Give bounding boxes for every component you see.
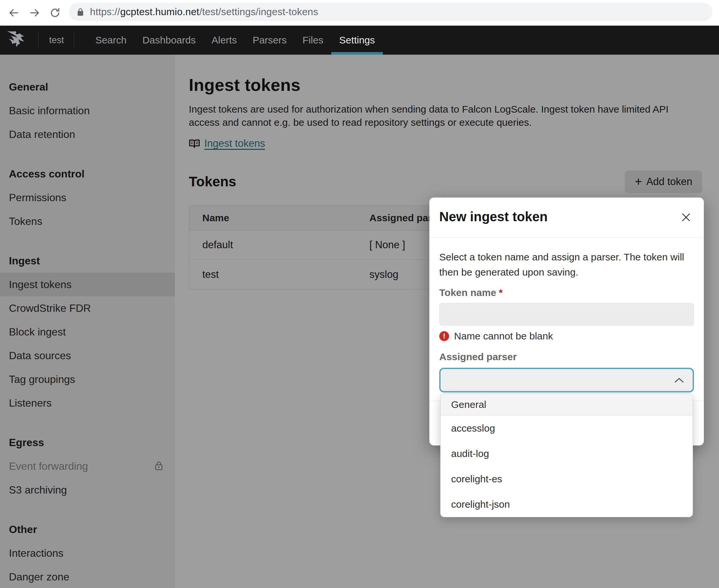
- dropdown-group-header: General: [441, 394, 693, 416]
- assigned-parser-select[interactable]: [439, 368, 694, 393]
- url-scheme: https://: [90, 6, 120, 17]
- error-icon: !: [439, 331, 449, 341]
- token-name-label: Token name*: [439, 287, 694, 299]
- assigned-parser-label: Assigned parser: [439, 351, 694, 363]
- token-name-input[interactable]: [439, 303, 694, 326]
- dropdown-option-corelight-es[interactable]: corelight-es: [441, 466, 693, 491]
- nav-item-search[interactable]: Search: [87, 26, 135, 55]
- required-asterisk: *: [499, 287, 503, 298]
- parser-dropdown-menu: General accesslog audit-log corelight-es…: [440, 394, 693, 517]
- back-arrow-icon: [8, 7, 19, 18]
- url-text: https://gcptest.humio.net/test/settings/…: [90, 6, 318, 18]
- nav-separator: [74, 32, 74, 48]
- modal-body: Select a token name and assign a parser.…: [430, 250, 704, 393]
- nav-menu: Search Dashboards Alerts Parsers Files S…: [87, 26, 383, 55]
- nav-item-dashboards[interactable]: Dashboards: [135, 26, 204, 55]
- forward-arrow-icon: [29, 7, 40, 18]
- browser-back-button[interactable]: [8, 7, 19, 18]
- reload-icon: [49, 7, 61, 18]
- nav-item-alerts[interactable]: Alerts: [204, 26, 245, 55]
- url-path: /test/settings/ingest-tokens: [199, 6, 318, 17]
- nav-item-settings[interactable]: Settings: [331, 26, 383, 55]
- token-name-label-text: Token name: [439, 287, 496, 298]
- dropdown-option-accesslog[interactable]: accesslog: [441, 416, 693, 441]
- nav-item-files[interactable]: Files: [295, 26, 331, 55]
- nav-separator: [38, 32, 39, 48]
- close-icon: [681, 212, 691, 223]
- nav-item-parsers[interactable]: Parsers: [245, 26, 295, 55]
- browser-reload-button[interactable]: [49, 7, 61, 18]
- modal-header: New ingest token: [430, 197, 704, 238]
- modal-description: Select a token name and assign a parser.…: [439, 250, 693, 280]
- validation-error: ! Name cannot be blank: [439, 330, 694, 342]
- top-nav: test Search Dashboards Alerts Parsers Fi…: [0, 26, 719, 55]
- dropdown-option-audit-log[interactable]: audit-log: [441, 441, 693, 466]
- modal-close-button[interactable]: [679, 211, 693, 224]
- address-bar[interactable]: https://gcptest.humio.net/test/settings/…: [69, 3, 713, 21]
- repo-name[interactable]: test: [49, 35, 64, 45]
- screen: https://gcptest.humio.net/test/settings/…: [0, 0, 719, 588]
- lock-icon: [77, 7, 84, 16]
- browser-forward-button[interactable]: [29, 7, 40, 18]
- error-text: Name cannot be blank: [454, 331, 553, 342]
- url-domain: gcptest.humio.net: [120, 6, 199, 17]
- chevron-up-icon: [674, 377, 684, 383]
- dropdown-option-corelight-json[interactable]: corelight-json: [441, 491, 693, 517]
- modal-title: New ingest token: [439, 209, 694, 224]
- browser-chrome: https://gcptest.humio.net/test/settings/…: [0, 0, 719, 26]
- crowdstrike-falcon-logo-icon: [6, 30, 28, 50]
